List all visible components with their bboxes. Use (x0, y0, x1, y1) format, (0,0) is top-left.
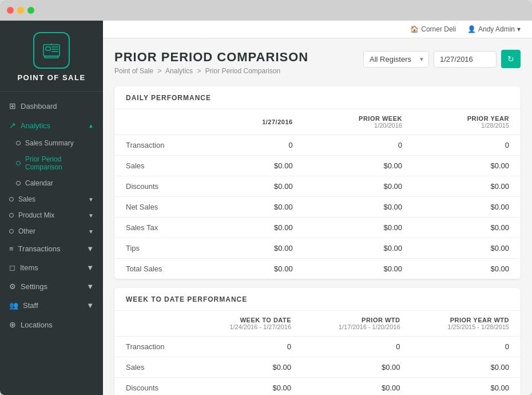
row-c3: $0.00 (414, 176, 521, 197)
row-c2: $0.00 (304, 156, 414, 176)
row-label: Tips (114, 238, 216, 259)
daily-col3-main: PRIOR YEAR (425, 115, 509, 122)
breadcrumb-sep1: > (157, 67, 161, 75)
sidebar-item-analytics[interactable]: ↗ Analytics ▲ (0, 116, 103, 135)
chevron-down-icon: ▼ (88, 228, 94, 235)
locations-icon: ⊕ (9, 320, 16, 329)
row-c3: $0.00 (414, 238, 521, 259)
sidebar-subitem-label: Calendar (25, 179, 53, 187)
row-label: Net Sales (114, 197, 216, 218)
daily-col2-sub: 1/20/2016 (316, 122, 402, 129)
register-select[interactable]: All Registers (363, 51, 429, 68)
sidebar-title: POINT OF SALE (6, 73, 97, 82)
chevron-down-icon: ▼ (86, 282, 94, 291)
chevron-down-icon: ▼ (88, 196, 94, 203)
chevron-down-icon: ▼ (86, 244, 94, 253)
row-c1: 0 (216, 135, 304, 156)
breadcrumb-sep2: > (197, 67, 201, 75)
sidebar-item-calendar[interactable]: Calendar (0, 175, 103, 191)
sidebar-item-locations[interactable]: ⊕ Locations (0, 315, 103, 334)
breadcrumb-part2: Analytics (165, 67, 193, 75)
minimize-btn[interactable] (17, 7, 24, 14)
daily-table-header-row: 1/27/2016 PRIOR WEEK 1/20/2016 PRIOR YEA… (114, 109, 521, 135)
sidebar-item-staff[interactable]: 👥 Staff ▼ (0, 296, 103, 315)
refresh-icon: ↻ (507, 54, 514, 64)
logo-icon (33, 32, 70, 69)
table-row: Sales Tax $0.00 $0.00 $0.00 (114, 218, 521, 238)
sidebar-item-prior-period[interactable]: Prior Period Comparison (0, 151, 103, 175)
row-c1: $0.00 (216, 156, 304, 176)
daily-col1-main: 1/27/2016 (227, 118, 292, 125)
weekly-performance-header: WEEK TO DATE PERFORMANCE (114, 288, 521, 311)
weekly-col2-sub: 1/17/2016 - 1/20/2016 (314, 323, 400, 330)
daily-performance-table: 1/27/2016 PRIOR WEEK 1/20/2016 PRIOR YEA… (114, 109, 521, 279)
row-c2: $0.00 (304, 238, 414, 259)
row-label: Transaction (114, 337, 194, 357)
weekly-col1-header: WEEK TO DATE 1/24/2016 - 1/27/2016 (194, 311, 303, 337)
topbar: 🏠 Corner Deli 👤 Andy Admin ▾ (103, 21, 532, 38)
weekly-col2-main: PRIOR WTD (314, 317, 400, 323)
store-selector[interactable]: 🏠 Corner Deli (410, 25, 456, 33)
close-btn[interactable] (7, 7, 14, 14)
table-row: Discounts $0.00 $0.00 $0.00 (114, 378, 521, 396)
content-area: PRIOR PERIOD COMPARISON Point of Sale > … (103, 38, 532, 395)
sidebar-item-settings[interactable]: ⚙ Settings ▼ (0, 277, 103, 296)
register-icon (40, 39, 63, 62)
weekly-col3-header: PRIOR YEAR WTD 1/25/2015 - 1/28/2015 (412, 311, 521, 337)
daily-performance-header: DAILY PERFORMANCE (114, 86, 521, 109)
weekly-col3-main: PRIOR YEAR WTD (423, 317, 509, 323)
sidebar-item-label: Dashboard (21, 102, 57, 110)
user-menu[interactable]: 👤 Andy Admin ▾ (467, 25, 521, 33)
sidebar-item-label: Sales (18, 195, 35, 203)
row-label: Total Sales (114, 259, 216, 279)
transactions-icon: ≡ (9, 244, 14, 253)
sidebar-item-sales-summary[interactable]: Sales Summary (0, 135, 103, 151)
daily-col2-main: PRIOR WEEK (316, 115, 402, 122)
row-c2: $0.00 (304, 259, 414, 279)
chevron-down-icon: ▼ (86, 301, 94, 310)
maximize-btn[interactable] (27, 7, 34, 14)
row-c1: $0.00 (216, 218, 304, 238)
row-c3: 0 (414, 135, 521, 156)
sidebar-item-label: Other (18, 227, 35, 235)
breadcrumb-current: Prior Period Comparison (205, 67, 280, 75)
row-c2: $0.00 (303, 378, 411, 396)
date-input[interactable] (434, 51, 497, 68)
breadcrumb: Point of Sale > Analytics > Prior Period… (114, 67, 308, 75)
chevron-up-icon: ▲ (88, 123, 94, 129)
page-controls: All Registers ↻ (363, 50, 521, 68)
row-c3: 0 (412, 337, 521, 357)
items-icon: ◻ (9, 263, 15, 272)
row-c1: $0.00 (194, 357, 303, 378)
row-c3: $0.00 (414, 218, 521, 238)
weekly-col-label (114, 311, 194, 337)
row-c1: $0.00 (216, 259, 304, 279)
sidebar-item-sales[interactable]: Sales ▼ (0, 191, 103, 207)
sidebar-item-dashboard[interactable]: ⊞ Dashboard (0, 96, 103, 116)
sidebar-item-other[interactable]: Other ▼ (0, 223, 103, 239)
sidebar-subitem-label: Prior Period Comparison (25, 155, 94, 171)
refresh-button[interactable]: ↻ (501, 50, 521, 68)
page-title-section: PRIOR PERIOD COMPARISON Point of Sale > … (114, 50, 308, 75)
table-row: Sales $0.00 $0.00 $0.00 (114, 156, 521, 176)
topbar-user-area: 🏠 Corner Deli 👤 Andy Admin ▾ (410, 25, 521, 33)
analytics-submenu: Sales Summary Prior Period Comparison Ca… (0, 135, 103, 191)
table-row: Discounts $0.00 $0.00 $0.00 (114, 176, 521, 197)
sidebar-item-items[interactable]: ◻ Items ▼ (0, 258, 103, 277)
app-window: POINT OF SALE ⊞ Dashboard ↗ Analytics ▲ (0, 0, 532, 395)
row-c3: $0.00 (414, 197, 521, 218)
daily-col3-sub: 1/28/2015 (425, 122, 509, 129)
chevron-down-icon: ▾ (517, 25, 521, 33)
row-label: Sales Tax (114, 218, 216, 238)
main-content: 🏠 Corner Deli 👤 Andy Admin ▾ PRIOR PERIO… (103, 21, 532, 395)
sidebar-item-transactions[interactable]: ≡ Transactions ▼ (0, 239, 103, 258)
sidebar-navigation: ⊞ Dashboard ↗ Analytics ▲ Sales Summary (0, 92, 103, 395)
row-c2: $0.00 (304, 176, 414, 197)
row-label: Sales (114, 156, 216, 176)
weekly-col3-sub: 1/25/2015 - 1/28/2015 (423, 323, 509, 330)
sidebar-item-product-mix[interactable]: Product Mix ▼ (0, 207, 103, 223)
daily-performance-card: DAILY PERFORMANCE 1/27/2016 PRIOR WEEK (114, 86, 521, 279)
table-row: Total Sales $0.00 $0.00 $0.00 (114, 259, 521, 279)
store-icon: 🏠 (410, 25, 419, 33)
sidebar-item-label: Analytics (21, 121, 50, 130)
